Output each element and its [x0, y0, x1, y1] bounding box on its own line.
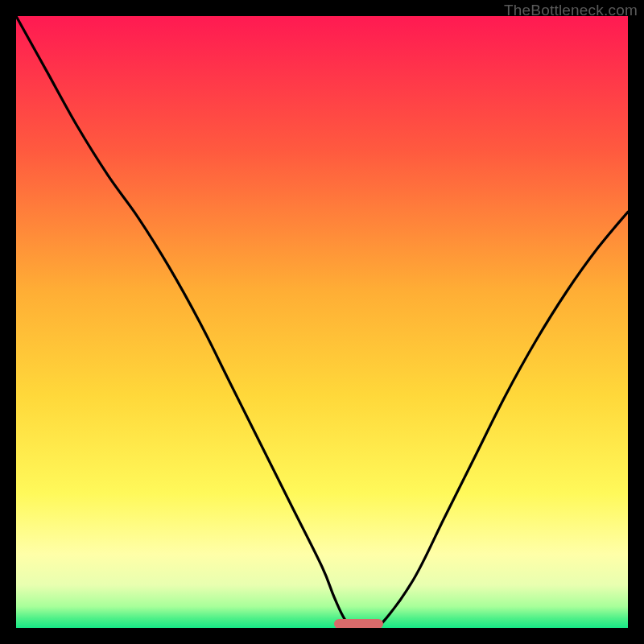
- watermark-text: TheBottleneck.com: [504, 2, 638, 19]
- bottleneck-curve: [16, 16, 628, 628]
- chart-frame: TheBottleneck.com: [0, 0, 644, 644]
- plot-area: [16, 16, 628, 628]
- optimum-range-marker: [334, 619, 383, 628]
